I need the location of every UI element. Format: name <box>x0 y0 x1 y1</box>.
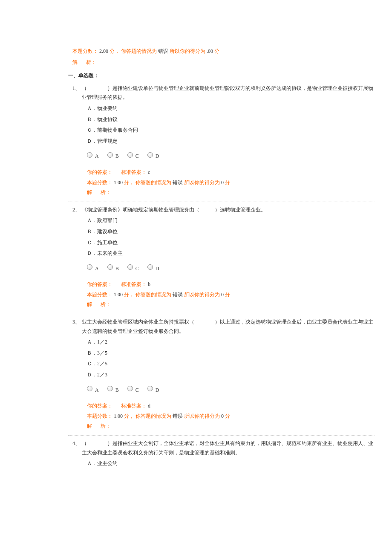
analysis-label: 解 <box>87 423 92 429</box>
score-value: 1.00 <box>114 179 123 185</box>
q-text: （ ）是指由业主大会制订，全体业主承诺，对全体业主具有约束力的，用以指导、规范和… <box>82 439 375 457</box>
score-row: 本题分数： 1.00 分， 你答题的情况为 错误 所以你的得分为 0 分 <box>72 290 375 300</box>
radio-d[interactable] <box>147 386 153 391</box>
radio-label-c: C <box>135 386 139 395</box>
q-text: （ ）是指物业建设单位与物业管理企业就前期物业管理阶段双方的权利义务所达成的协议… <box>82 84 375 102</box>
analysis-label: 解 <box>87 301 92 307</box>
score-label: 本题分数： <box>87 292 112 298</box>
option-b: Ｂ．物业协议 <box>87 115 375 124</box>
option-b: Ｂ．3／5 <box>87 349 375 358</box>
answer-row: 你的答案： 标准答案： c <box>72 168 375 177</box>
question-2: 2、 《物业管理条例》明确地规定前期物业管理服务由（ ）选聘物业管理企业。 Ａ．… <box>17 205 375 309</box>
status-value: 错误 <box>173 292 183 298</box>
score-unit: 分， <box>110 48 120 54</box>
so-unit: 分 <box>225 413 230 419</box>
radio-label-a: A <box>95 152 99 161</box>
std-answer: b <box>148 281 150 287</box>
divider <box>68 314 375 314</box>
radio-label-b: B <box>115 264 119 274</box>
analysis-label: 解 <box>72 59 78 65</box>
std-answer-label: 标准答案： <box>121 169 147 175</box>
option-a: Ａ．物业要约 <box>87 104 375 113</box>
score-unit: 分， <box>124 292 134 298</box>
radio-b[interactable] <box>107 386 113 391</box>
q-number: 4、 <box>72 439 82 457</box>
radio-label-d: D <box>156 152 159 161</box>
pre-analysis-row: 解 析： <box>17 58 375 67</box>
radio-label-b: B <box>115 152 119 161</box>
score-value: 2.00 <box>99 48 108 54</box>
radio-group: A B C D <box>72 150 375 159</box>
score-row: 本题分数： 1.00 分， 你答题的情况为 错误 所以你的得分为 0 分 <box>72 412 375 421</box>
status-value: 错误 <box>158 48 168 54</box>
analysis-label2: 析： <box>86 59 96 65</box>
q-options: Ａ．1／2 Ｂ．3／5 Ｃ．2／5 Ｄ．2／3 <box>72 338 375 379</box>
status-label: 你答题的情况为 <box>121 48 157 54</box>
radio-group: A B C D <box>72 384 375 393</box>
so-label: 所以你的得分为 <box>184 179 220 185</box>
std-answer: d <box>148 403 150 409</box>
radio-b[interactable] <box>107 264 113 270</box>
score-value: 1.00 <box>114 413 123 419</box>
radio-d[interactable] <box>147 152 153 158</box>
option-d: Ｄ．管理规定 <box>87 137 375 146</box>
analysis-label2: 析： <box>101 301 111 307</box>
radio-c[interactable] <box>127 386 133 391</box>
analysis-label: 解 <box>87 189 92 195</box>
q-number: 2、 <box>72 205 82 215</box>
section-title: 一、单选题： <box>17 71 375 81</box>
option-a: Ａ．政府部门 <box>87 216 375 225</box>
option-a: Ａ．业主公约 <box>87 459 375 468</box>
radio-label-d: D <box>156 386 159 395</box>
q-number: 3、 <box>72 318 82 336</box>
so-label: 所以你的得分为 <box>170 48 205 54</box>
q-number: 1、 <box>72 84 82 102</box>
analysis-row: 解 析： <box>72 300 375 309</box>
your-answer-label: 你的答案： <box>87 169 112 175</box>
analysis-row: 解 析： <box>72 422 375 431</box>
option-c: Ｃ．施工单位 <box>87 238 375 248</box>
radio-a[interactable] <box>87 264 92 270</box>
option-c: Ｃ．前期物业服务合同 <box>87 126 375 135</box>
question-1: 1、 （ ）是指物业建设单位与物业管理企业就前期物业管理阶段双方的权利义务所达成… <box>17 84 375 197</box>
radio-c[interactable] <box>127 264 133 270</box>
radio-a[interactable] <box>87 152 92 158</box>
so-value: 0 <box>221 292 224 298</box>
so-unit: 分 <box>225 179 230 185</box>
radio-label-a: A <box>95 386 99 395</box>
radio-a[interactable] <box>87 386 92 391</box>
divider <box>68 202 375 202</box>
status-label: 你答题的情况为 <box>135 179 171 185</box>
so-unit: 分 <box>225 292 230 298</box>
your-answer-label: 你的答案： <box>87 281 112 287</box>
answer-row: 你的答案： 标准答案： d <box>72 402 375 411</box>
radio-label-c: C <box>135 152 139 161</box>
radio-label-b: B <box>115 386 119 395</box>
q-options: Ａ．物业要约 Ｂ．物业协议 Ｃ．前期物业服务合同 Ｄ．管理规定 <box>72 104 375 146</box>
question-4: 4、 （ ）是指由业主大会制订，全体业主承诺，对全体业主具有约束力的，用以指导、… <box>17 439 375 468</box>
option-d: Ｄ．2／3 <box>87 370 375 380</box>
radio-b[interactable] <box>107 152 113 158</box>
score-unit: 分， <box>124 179 134 185</box>
your-answer-label: 你的答案： <box>87 403 112 409</box>
radio-d[interactable] <box>147 264 153 270</box>
status-label: 你答题的情况为 <box>135 292 171 298</box>
q-options: Ａ．政府部门 Ｂ．建设单位 Ｃ．施工单位 Ｄ．未来的业主 <box>72 216 375 258</box>
radio-group: A B C D <box>72 263 375 272</box>
option-d: Ｄ．未来的业主 <box>87 249 375 258</box>
std-answer-label: 标准答案： <box>121 281 147 287</box>
score-unit: 分， <box>124 413 134 419</box>
pre-score-row: 本题分数： 2.00 分， 你答题的情况为 错误 所以你的得分为 .00 分 <box>17 47 375 56</box>
std-answer-label: 标准答案： <box>121 403 147 409</box>
q-text: 《物业管理条例》明确地规定前期物业管理服务由（ ）选聘物业管理企业。 <box>82 205 375 215</box>
question-3: 3、 业主大会经物业管理区域内全体业主所持投票权（ ）以上通过，决定选聘物业管理… <box>17 318 375 431</box>
q-options: Ａ．业主公约 <box>72 459 375 468</box>
so-label: 所以你的得分为 <box>184 413 220 419</box>
analysis-row: 解 析： <box>72 188 375 197</box>
score-value: 1.00 <box>114 292 123 298</box>
so-value: 0 <box>221 413 224 419</box>
radio-c[interactable] <box>127 152 133 158</box>
answer-row: 你的答案： 标准答案： b <box>72 280 375 289</box>
option-b: Ｂ．建设单位 <box>87 227 375 237</box>
so-label: 所以你的得分为 <box>184 292 220 298</box>
